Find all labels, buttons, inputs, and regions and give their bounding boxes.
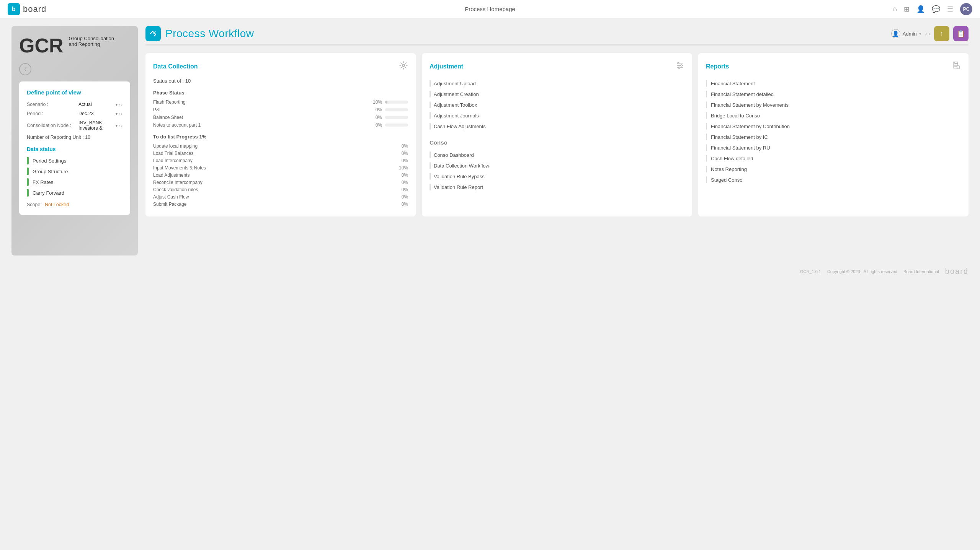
scenario-row: Scenario : Actual ▾ ‹ › <box>27 102 122 107</box>
report-item[interactable]: Notes Reporting <box>706 164 961 174</box>
adj-item[interactable]: Cash Flow Adjustments <box>430 121 684 132</box>
scope-value: Not Locked <box>45 202 69 207</box>
conso-bar <box>430 184 431 190</box>
report-item[interactable]: Financial Statement by RU <box>706 142 961 153</box>
phase-pct: 0% <box>369 115 382 120</box>
conso-item[interactable]: Data Collection Workflow <box>430 160 684 171</box>
todo-pct: 0% <box>402 202 408 207</box>
todo-pct: 0% <box>402 194 408 200</box>
todo-row[interactable]: Submit Package 0% <box>153 202 408 207</box>
phase-pct: 10% <box>369 99 382 105</box>
logo-area[interactable]: b board <box>8 3 46 15</box>
phase-bar <box>385 116 408 119</box>
todo-name: Load Adjustments <box>153 172 189 178</box>
conso-item[interactable]: Validation Rule Report <box>430 182 684 192</box>
user-avatar[interactable]: PC <box>960 3 972 15</box>
doc-button[interactable]: 📋 <box>953 26 969 41</box>
scenario-label: Scenario : <box>27 102 78 107</box>
status-dot <box>27 168 29 175</box>
period-next[interactable]: › <box>121 111 122 116</box>
scenario-dropdown[interactable]: ▾ <box>116 103 118 107</box>
consolidation-next[interactable]: › <box>121 123 122 128</box>
period-prev[interactable]: ‹ <box>119 111 121 116</box>
scope-label: Scope: <box>27 202 42 207</box>
conso-item[interactable]: Conso Dashboard <box>430 150 684 160</box>
todo-row[interactable]: Check validation rules 0% <box>153 187 408 192</box>
todo-row[interactable]: Load Intercompany 0% <box>153 158 408 163</box>
report-item[interactable]: Financial Statement by Contribution <box>706 121 961 132</box>
phase-row: Notes to account part 1 0% <box>153 122 408 128</box>
status-item: Group Structure <box>27 168 122 175</box>
adj-item[interactable]: Adjustment Toolbox <box>430 99 684 110</box>
admin-dropdown[interactable]: ▾ <box>919 31 921 36</box>
consolidation-dropdown[interactable]: ▾ <box>116 124 118 128</box>
upload-button[interactable]: ↑ <box>934 26 949 41</box>
conso-bar <box>430 162 431 169</box>
report-item[interactable]: Financial Statement by IC <box>706 132 961 142</box>
todo-row[interactable]: Input Movements & Notes 10% <box>153 165 408 171</box>
adj-bar <box>430 91 431 98</box>
adj-item[interactable]: Adjustment Creation <box>430 89 684 99</box>
data-collection-card: Data Collection Status out of : 10 Phase… <box>145 53 416 216</box>
adjustment-header: Adjustment <box>430 61 684 72</box>
consolidation-row: Consolidation Node : INV_BANK - Investor… <box>27 120 122 131</box>
scenario-next[interactable]: › <box>121 102 122 107</box>
status-dot <box>27 178 29 186</box>
conso-bar <box>430 173 431 180</box>
todo-section-title: To do list Progress 1% <box>153 134 408 140</box>
todos-container: Update local mapping 0% Load Trial Balan… <box>153 143 408 207</box>
adjustment-card: Adjustment Adjustment UploadAdjustment C… <box>422 53 692 216</box>
report-item[interactable]: Bridge Local to Conso <box>706 110 961 121</box>
adjustment-title: Adjustment <box>430 63 463 70</box>
cards-row: Data Collection Status out of : 10 Phase… <box>145 53 969 216</box>
pw-nav-prev[interactable]: ‹ <box>925 31 927 37</box>
todo-row[interactable]: Reconcile Intercompany 0% <box>153 180 408 185</box>
pw-nav-next[interactable]: › <box>928 31 930 37</box>
data-collection-icon <box>399 61 408 72</box>
adj-bar <box>430 112 431 119</box>
consolidation-prev[interactable]: ‹ <box>119 123 121 128</box>
grid-icon[interactable]: ⊞ <box>904 5 910 13</box>
todo-row[interactable]: Adjust Cash Flow 0% <box>153 194 408 200</box>
status-item-label: Period Settings <box>33 158 66 164</box>
todo-name: Input Movements & Notes <box>153 165 206 171</box>
report-item[interactable]: Financial Statement detailed <box>706 89 961 99</box>
users-icon[interactable]: 👤 <box>916 5 925 13</box>
adj-item[interactable]: Adjustment Journals <box>430 110 684 121</box>
adj-item-label: Adjustment Upload <box>434 81 476 86</box>
todo-row[interactable]: Update local mapping 0% <box>153 143 408 149</box>
phase-pct: 0% <box>369 107 382 112</box>
phase-name: Flash Reporting <box>153 99 369 105</box>
home-icon[interactable]: ⌂ <box>893 5 897 13</box>
status-item-label: Carry Forward <box>33 190 64 196</box>
menu-icon[interactable]: ☰ <box>947 5 953 13</box>
status-item: FX Rates <box>27 178 122 186</box>
right-area: Process Workflow 👤 Admin ▾ ‹ › ↑ 📋 <box>145 26 969 255</box>
report-item[interactable]: Financial Statement by Movements <box>706 99 961 110</box>
todo-name: Check validation rules <box>153 187 198 192</box>
gcr-subtitle: Group Consolidation and Reporting <box>69 36 114 47</box>
status-item-label: FX Rates <box>33 179 53 185</box>
report-item[interactable]: Cash Flow detailed <box>706 153 961 164</box>
report-item-label: Financial Statement by Contribution <box>711 124 790 129</box>
adj-item[interactable]: Adjustment Upload <box>430 78 684 89</box>
report-item[interactable]: Staged Conso <box>706 174 961 185</box>
report-bar <box>706 101 707 108</box>
chat-icon[interactable]: 💬 <box>932 5 940 13</box>
scenario-prev[interactable]: ‹ <box>119 102 121 107</box>
reports-title: Reports <box>706 63 729 70</box>
todo-row[interactable]: Load Adjustments 0% <box>153 172 408 178</box>
reporting-label: Number of Reporting Unit : <box>27 135 84 140</box>
svg-point-6 <box>678 67 680 68</box>
pw-right: 👤 Admin ▾ ‹ › ↑ 📋 <box>891 26 969 41</box>
report-item[interactable]: Financial Statement <box>706 78 961 89</box>
svg-point-0 <box>402 64 405 67</box>
back-button[interactable]: ‹ <box>19 63 31 75</box>
pw-title: Process Workflow <box>165 28 254 40</box>
pw-nav-arrows: ‹ › <box>925 31 930 37</box>
consolidation-nav: ‹ › <box>119 123 122 128</box>
period-dropdown[interactable]: ▾ <box>116 112 118 116</box>
conso-item[interactable]: Validation Rule Bypass <box>430 171 684 182</box>
report-item-label: Staged Conso <box>711 177 742 183</box>
todo-row[interactable]: Load Trial Balances 0% <box>153 151 408 156</box>
